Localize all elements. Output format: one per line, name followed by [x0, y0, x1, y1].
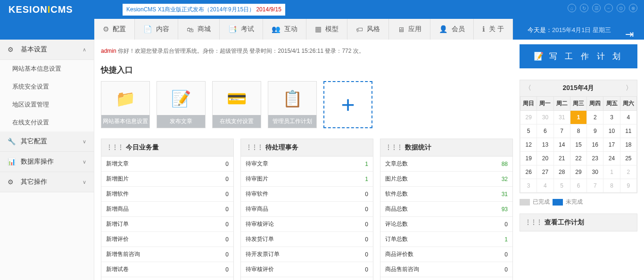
cal-day[interactable]: 19: [520, 152, 537, 165]
cal-day[interactable]: 27: [537, 165, 553, 179]
cal-day[interactable]: 30: [537, 111, 553, 124]
write-plan-button[interactable]: 📝写 工 作 计 划: [520, 44, 637, 68]
cal-day[interactable]: 14: [553, 138, 570, 152]
cal-day[interactable]: 2: [587, 111, 603, 124]
cal-day[interactable]: 20: [537, 152, 553, 165]
side-item-0-3[interactable]: 在线支付设置: [0, 114, 94, 132]
top-icon-6[interactable]: ⊗: [629, 4, 637, 12]
cal-next[interactable]: 〉: [626, 84, 632, 92]
nav-tab-9[interactable]: ℹ关 于: [474, 19, 513, 40]
cal-day[interactable]: 7: [553, 124, 570, 138]
quick-item-2[interactable]: 💳在线支付设置: [212, 81, 261, 128]
panel-row[interactable]: 新增售前咨询0: [101, 247, 233, 262]
panel-row[interactable]: 新增成绩记录0: [101, 277, 233, 280]
panel-row[interactable]: 新增评价0: [101, 232, 233, 247]
cal-day[interactable]: 28: [553, 165, 570, 179]
nav-tab-1[interactable]: 📄内容: [135, 19, 178, 40]
quick-item-3[interactable]: 📋管理员工作计划: [268, 81, 317, 128]
cal-day[interactable]: 8: [570, 124, 586, 138]
panel-row[interactable]: 待发货订单0: [241, 232, 373, 247]
panel-row[interactable]: 评论总数0: [380, 217, 512, 232]
cal-day[interactable]: 12: [520, 138, 537, 152]
cal-day[interactable]: 10: [603, 124, 620, 138]
cal-prev[interactable]: 〈: [525, 84, 531, 92]
cal-day[interactable]: 2: [620, 165, 636, 179]
cal-day[interactable]: 25: [620, 152, 636, 165]
nav-tab-4[interactable]: 👥互动: [263, 19, 306, 40]
panel-row[interactable]: 待审商品0: [241, 202, 373, 217]
cal-day[interactable]: 1: [570, 111, 586, 124]
panel-row[interactable]: 待审图片1: [241, 172, 373, 187]
cal-day[interactable]: 4: [537, 179, 553, 193]
cal-day[interactable]: 30: [587, 165, 603, 179]
panel-row[interactable]: 商品评价数0: [380, 247, 512, 262]
cal-day[interactable]: 15: [570, 138, 586, 152]
cal-day[interactable]: 29: [520, 111, 537, 124]
top-icon-3[interactable]: ☰: [592, 4, 601, 12]
cal-day[interactable]: 26: [520, 165, 537, 179]
panel-row[interactable]: 待审核评论0: [241, 217, 373, 232]
cal-day[interactable]: 22: [570, 152, 586, 165]
nav-tab-8[interactable]: 👤会员: [430, 19, 474, 40]
cal-day[interactable]: 3: [603, 111, 620, 124]
cal-day[interactable]: 24: [603, 152, 620, 165]
cal-day[interactable]: 23: [587, 152, 603, 165]
cal-day[interactable]: 4: [620, 111, 636, 124]
nav-tab-0[interactable]: ⚙配置: [94, 19, 135, 40]
cal-day[interactable]: 6: [537, 124, 553, 138]
nav-tab-3[interactable]: 📑考试: [220, 19, 263, 40]
panel-row[interactable]: 新增试卷0: [101, 262, 233, 277]
quick-item-1[interactable]: 📝发布文章: [157, 81, 206, 128]
panel-row[interactable]: 软件总数31: [380, 187, 512, 202]
panel-row[interactable]: 新增图片0: [101, 172, 233, 187]
side-item-0-0[interactable]: 网站基本信息设置: [0, 60, 94, 78]
nav-tab-5[interactable]: ▦模型: [306, 19, 347, 40]
nav-tab-2[interactable]: 🛍商城: [178, 19, 220, 40]
top-icon-4[interactable]: −: [604, 4, 613, 12]
panel-row[interactable]: 待审文章1: [241, 156, 373, 172]
cal-day[interactable]: 29: [570, 165, 586, 179]
panel-row[interactable]: 待开发票订单0: [241, 247, 373, 262]
cal-day[interactable]: 9: [620, 179, 636, 193]
cal-day[interactable]: 21: [553, 152, 570, 165]
panel-row[interactable]: 新增文章0: [101, 156, 233, 172]
panel-row[interactable]: 待审软件0: [241, 187, 373, 202]
cal-day[interactable]: 3: [520, 179, 537, 193]
cal-day[interactable]: 31: [553, 111, 570, 124]
panel-row[interactable]: 商品售前咨询0: [380, 262, 512, 277]
cal-day[interactable]: 13: [537, 138, 553, 152]
quick-item-0[interactable]: 📁网站基本信息设置: [101, 81, 150, 128]
panel-row[interactable]: 新增商品0: [101, 202, 233, 217]
panel-row[interactable]: 待审核评价0: [241, 262, 373, 277]
logout-icon[interactable]: ⇥: [625, 28, 634, 41]
cal-day[interactable]: 9: [587, 124, 603, 138]
cal-day[interactable]: 7: [587, 179, 603, 193]
top-icon-1[interactable]: ⌂: [568, 4, 576, 12]
side-group-3[interactable]: ⚙其它操作∨: [0, 172, 94, 192]
side-group-1[interactable]: 🔧其它配置∨: [0, 132, 94, 152]
panel-row[interactable]: 图片总数32: [380, 172, 512, 187]
cal-day[interactable]: 5: [553, 179, 570, 193]
side-group-2[interactable]: 📊数据库操作∨: [0, 152, 94, 172]
cal-day[interactable]: 18: [620, 138, 636, 152]
side-group-0[interactable]: ⚙基本设置∧: [0, 40, 94, 60]
cal-day[interactable]: 5: [520, 124, 537, 138]
panel-row[interactable]: 文章总数88: [380, 156, 512, 172]
cal-day[interactable]: 17: [603, 138, 620, 152]
panel-row[interactable]: 新增订单0: [101, 217, 233, 232]
nav-tab-6[interactable]: 🏷风格: [347, 19, 389, 40]
side-item-0-2[interactable]: 地区设置管理: [0, 96, 94, 114]
top-icon-2[interactable]: ↻: [580, 4, 588, 12]
panel-row[interactable]: 订单总数1: [380, 232, 512, 247]
cal-day[interactable]: 8: [603, 179, 620, 193]
cal-day[interactable]: 16: [587, 138, 603, 152]
side-item-0-1[interactable]: 系统安全设置: [0, 78, 94, 96]
cal-day[interactable]: 1: [603, 165, 620, 179]
panel-row[interactable]: 新增软件0: [101, 187, 233, 202]
cal-day[interactable]: 11: [620, 124, 636, 138]
cal-day[interactable]: 6: [570, 179, 586, 193]
panel-row[interactable]: 试卷份数74: [380, 277, 512, 280]
nav-tab-7[interactable]: 🖥应用: [389, 19, 430, 40]
panel-row[interactable]: 待审核售前咨询0: [241, 277, 373, 280]
panel-row[interactable]: 商品总数93: [380, 202, 512, 217]
